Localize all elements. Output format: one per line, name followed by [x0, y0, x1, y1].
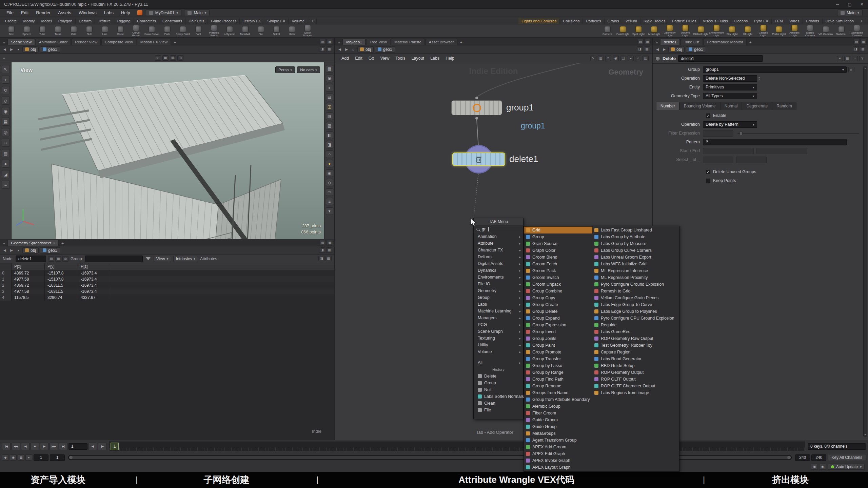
operator-item[interactable]: Group Joints: [524, 335, 592, 342]
camera-selector[interactable]: No cam▾: [297, 66, 320, 73]
chevron-down-icon[interactable]: ▾: [16, 248, 21, 252]
filter-tab[interactable]: Random: [772, 102, 796, 110]
shelf-tab[interactable]: Particles: [583, 18, 604, 24]
target-icon[interactable]: ◎: [62, 256, 68, 262]
shelf-tool[interactable]: Spray Paint: [175, 25, 191, 37]
translate-tool-icon[interactable]: +: [2, 76, 10, 84]
shelf-tool[interactable]: Camera: [599, 25, 615, 37]
points-display-icon[interactable]: ○: [326, 150, 333, 158]
tab-menu-category[interactable]: Volume ▸: [474, 348, 523, 355]
filter-tab[interactable]: Degenerate: [742, 102, 772, 110]
play-reverse-button[interactable]: ◀: [21, 443, 29, 450]
operator-item[interactable]: Groom Unpack: [524, 281, 592, 288]
operator-item[interactable]: Labs Unreal Groom Export: [592, 254, 679, 261]
camera-options-icon[interactable]: ▦: [326, 65, 333, 73]
paint-tool-icon[interactable]: ▤: [2, 149, 10, 157]
operator-item[interactable]: Capture Region: [592, 349, 679, 355]
pane-tab[interactable]: Asset Browser: [426, 39, 457, 45]
operator-item[interactable]: Group Create: [524, 301, 592, 308]
node-delete1[interactable]: [452, 152, 505, 166]
operator-item[interactable]: APEX Add Groom: [524, 444, 592, 450]
shelf-tool[interactable]: Draw Curve: [144, 25, 159, 37]
shelf-tool[interactable]: Circle: [113, 25, 128, 37]
shelf-tool[interactable]: Tube: [35, 25, 50, 37]
shelf-tab[interactable]: Pyro FX: [751, 18, 772, 24]
visualizer-icon[interactable]: ≡: [326, 198, 333, 205]
pane-tab[interactable]: delete1: [660, 39, 680, 45]
operator-item[interactable]: Group Paint: [524, 342, 592, 349]
shelf-tool[interactable]: Line: [97, 25, 113, 37]
list-mode-icon[interactable]: ≡: [605, 56, 611, 61]
shelf-tab[interactable]: Simple FX: [264, 18, 289, 24]
tab-menu-category[interactable]: Digital Assets ▸: [474, 260, 523, 267]
shelf-tab[interactable]: Polygon: [55, 18, 76, 24]
menu-item[interactable]: Help: [117, 10, 134, 15]
operator-item[interactable]: Groups from Name: [524, 389, 592, 396]
chevron-down-icon[interactable]: ▾: [750, 123, 754, 126]
shelf-tool[interactable]: Volume Light: [677, 25, 693, 37]
grid-toggle-icon[interactable]: ▧: [326, 113, 333, 120]
operator-item[interactable]: Group Expand: [524, 315, 592, 322]
tab-menu-category[interactable]: Deform ▸: [474, 253, 523, 260]
history-item[interactable]: Group: [474, 380, 523, 386]
view-selector[interactable]: View▾: [154, 256, 171, 262]
pane-grip-icon[interactable]: ≡: [1, 241, 7, 246]
pane-tab[interactable]: Scene View: [7, 39, 35, 45]
forward-icon[interactable]: ▶: [9, 47, 14, 51]
home-icon[interactable]: ⌂: [351, 47, 356, 51]
shelf-tab[interactable]: Wires: [786, 18, 803, 24]
tab-menu-category[interactable]: Machine Learning ▸: [474, 308, 523, 314]
path-chip-geo1[interactable]: geo1: [40, 46, 60, 53]
shelf-tab[interactable]: Guide Process: [208, 18, 240, 24]
shelf-tool[interactable]: Quick Shapes: [300, 25, 315, 37]
range-start-handle[interactable]: [69, 456, 73, 459]
pane-split-icon[interactable]: ▦: [327, 39, 333, 44]
filter-tab[interactable]: Bounding Volume: [679, 102, 720, 110]
pane-tab[interactable]: Performance Monitor: [704, 39, 747, 45]
operator-item[interactable]: Reguide: [592, 322, 679, 328]
shelf-tab[interactable]: Rigid Bodies: [640, 18, 669, 24]
pane-menu-icon[interactable]: ▤: [320, 240, 326, 245]
operator-item[interactable]: Labs Road Generator: [592, 355, 679, 362]
audio-icon[interactable]: ◉: [819, 464, 826, 470]
playback-end-field[interactable]: 240: [795, 454, 810, 461]
shelf-tab[interactable]: Characters: [134, 18, 159, 24]
chevron-down-icon[interactable]: ▾: [750, 94, 754, 98]
operator-item[interactable]: Labs Edge Group to Polylines: [592, 308, 679, 315]
projection-selector[interactable]: Persp▾: [275, 66, 295, 73]
jump-end-button[interactable]: ▶|: [59, 443, 67, 450]
playback-start-field[interactable]: 1: [50, 454, 65, 461]
operation-param-field[interactable]: Delete Non-Selected: [703, 75, 757, 82]
operator-item[interactable]: Remesh to Grid: [592, 288, 679, 294]
shelf-tab[interactable]: Texture: [95, 18, 114, 24]
maximize-button[interactable]: ▢: [844, 0, 856, 8]
pane-grip-icon[interactable]: ≡: [1, 40, 7, 45]
table-row[interactable]: 3 4977.58 -16311.5 -16973.4: [0, 288, 334, 294]
shelf-tab[interactable]: Lights and Cameras: [518, 18, 560, 24]
tab-menu-all[interactable]: All ▸: [474, 359, 523, 366]
operator-item[interactable]: Labs Group by Measure: [592, 240, 679, 247]
group-display-icon[interactable]: ▭: [326, 188, 333, 196]
minimize-button[interactable]: ─: [831, 0, 844, 8]
close-tab-icon[interactable]: ×: [53, 241, 55, 245]
shelf-tab[interactable]: Modify: [20, 18, 38, 24]
shelf-tab[interactable]: Particle Fluids: [669, 18, 700, 24]
history-item[interactable]: Delete: [474, 373, 523, 380]
pane-grip-icon[interactable]: ≡: [654, 40, 659, 45]
shelf-tab[interactable]: Crowds: [803, 18, 823, 24]
pane-grip-icon[interactable]: ≡: [336, 40, 342, 45]
filter-tab[interactable]: Number: [656, 102, 679, 110]
quick-links-selector[interactable]: Main ▾: [184, 9, 210, 16]
shelf-tool[interactable]: Box: [3, 25, 19, 37]
node-field[interactable]: delete1: [16, 256, 46, 262]
color-palette-icon[interactable]: ▤: [620, 56, 626, 61]
play-button[interactable]: ▶: [40, 443, 48, 450]
snap-frame-icon[interactable]: ▦: [18, 454, 24, 461]
network-menu-item[interactable]: Tools: [392, 56, 408, 61]
tab-menu-category[interactable]: File IO ▸: [474, 281, 523, 287]
wireframe-icon[interactable]: ◫: [326, 103, 333, 110]
network-menu-item[interactable]: Add: [338, 56, 352, 61]
network-menu-item[interactable]: Help: [442, 56, 457, 61]
prev-frame-button[interactable]: ◀|: [88, 443, 97, 450]
shelf-tool[interactable]: Caustic Light: [755, 25, 771, 37]
